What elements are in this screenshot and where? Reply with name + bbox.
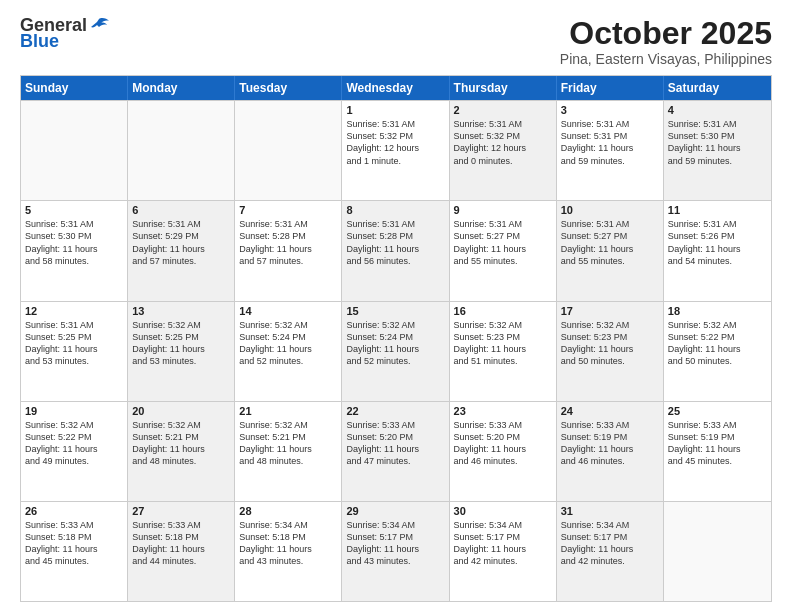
- calendar-row-0: 1Sunrise: 5:31 AM Sunset: 5:32 PM Daylig…: [21, 100, 771, 200]
- cell-details: Sunrise: 5:33 AM Sunset: 5:20 PM Dayligh…: [346, 419, 444, 468]
- calendar-header-saturday: Saturday: [664, 76, 771, 100]
- cell-details: Sunrise: 5:31 AM Sunset: 5:32 PM Dayligh…: [454, 118, 552, 167]
- calendar-cell: 23Sunrise: 5:33 AM Sunset: 5:20 PM Dayli…: [450, 402, 557, 501]
- calendar-cell: 5Sunrise: 5:31 AM Sunset: 5:30 PM Daylig…: [21, 201, 128, 300]
- calendar-cell: 27Sunrise: 5:33 AM Sunset: 5:18 PM Dayli…: [128, 502, 235, 601]
- cell-details: Sunrise: 5:31 AM Sunset: 5:28 PM Dayligh…: [239, 218, 337, 267]
- calendar-cell: 12Sunrise: 5:31 AM Sunset: 5:25 PM Dayli…: [21, 302, 128, 401]
- calendar-cell: [664, 502, 771, 601]
- day-number: 22: [346, 405, 444, 417]
- calendar-cell: 15Sunrise: 5:32 AM Sunset: 5:24 PM Dayli…: [342, 302, 449, 401]
- calendar-row-2: 12Sunrise: 5:31 AM Sunset: 5:25 PM Dayli…: [21, 301, 771, 401]
- calendar: SundayMondayTuesdayWednesdayThursdayFrid…: [20, 75, 772, 602]
- cell-details: Sunrise: 5:32 AM Sunset: 5:24 PM Dayligh…: [346, 319, 444, 368]
- calendar-cell: [128, 101, 235, 200]
- calendar-cell: 29Sunrise: 5:34 AM Sunset: 5:17 PM Dayli…: [342, 502, 449, 601]
- calendar-cell: 31Sunrise: 5:34 AM Sunset: 5:17 PM Dayli…: [557, 502, 664, 601]
- calendar-cell: 7Sunrise: 5:31 AM Sunset: 5:28 PM Daylig…: [235, 201, 342, 300]
- logo-bird-icon: [89, 17, 109, 33]
- cell-details: Sunrise: 5:32 AM Sunset: 5:21 PM Dayligh…: [239, 419, 337, 468]
- cell-details: Sunrise: 5:31 AM Sunset: 5:32 PM Dayligh…: [346, 118, 444, 167]
- day-number: 12: [25, 305, 123, 317]
- calendar-cell: 3Sunrise: 5:31 AM Sunset: 5:31 PM Daylig…: [557, 101, 664, 200]
- calendar-cell: 9Sunrise: 5:31 AM Sunset: 5:27 PM Daylig…: [450, 201, 557, 300]
- calendar-body: 1Sunrise: 5:31 AM Sunset: 5:32 PM Daylig…: [21, 100, 771, 601]
- cell-details: Sunrise: 5:31 AM Sunset: 5:30 PM Dayligh…: [25, 218, 123, 267]
- calendar-cell: 25Sunrise: 5:33 AM Sunset: 5:19 PM Dayli…: [664, 402, 771, 501]
- day-number: 31: [561, 505, 659, 517]
- day-number: 2: [454, 104, 552, 116]
- cell-details: Sunrise: 5:33 AM Sunset: 5:20 PM Dayligh…: [454, 419, 552, 468]
- day-number: 30: [454, 505, 552, 517]
- calendar-cell: 1Sunrise: 5:31 AM Sunset: 5:32 PM Daylig…: [342, 101, 449, 200]
- calendar-cell: 28Sunrise: 5:34 AM Sunset: 5:18 PM Dayli…: [235, 502, 342, 601]
- day-number: 20: [132, 405, 230, 417]
- location-text: Pina, Eastern Visayas, Philippines: [560, 51, 772, 67]
- day-number: 19: [25, 405, 123, 417]
- day-number: 17: [561, 305, 659, 317]
- day-number: 23: [454, 405, 552, 417]
- cell-details: Sunrise: 5:31 AM Sunset: 5:28 PM Dayligh…: [346, 218, 444, 267]
- calendar-cell: 22Sunrise: 5:33 AM Sunset: 5:20 PM Dayli…: [342, 402, 449, 501]
- day-number: 15: [346, 305, 444, 317]
- calendar-cell: 10Sunrise: 5:31 AM Sunset: 5:27 PM Dayli…: [557, 201, 664, 300]
- day-number: 3: [561, 104, 659, 116]
- cell-details: Sunrise: 5:31 AM Sunset: 5:25 PM Dayligh…: [25, 319, 123, 368]
- cell-details: Sunrise: 5:32 AM Sunset: 5:22 PM Dayligh…: [668, 319, 767, 368]
- calendar-cell: 19Sunrise: 5:32 AM Sunset: 5:22 PM Dayli…: [21, 402, 128, 501]
- day-number: 21: [239, 405, 337, 417]
- cell-details: Sunrise: 5:32 AM Sunset: 5:22 PM Dayligh…: [25, 419, 123, 468]
- day-number: 10: [561, 204, 659, 216]
- calendar-header-wednesday: Wednesday: [342, 76, 449, 100]
- calendar-cell: 6Sunrise: 5:31 AM Sunset: 5:29 PM Daylig…: [128, 201, 235, 300]
- day-number: 8: [346, 204, 444, 216]
- cell-details: Sunrise: 5:34 AM Sunset: 5:17 PM Dayligh…: [561, 519, 659, 568]
- calendar-cell: 30Sunrise: 5:34 AM Sunset: 5:17 PM Dayli…: [450, 502, 557, 601]
- cell-details: Sunrise: 5:31 AM Sunset: 5:29 PM Dayligh…: [132, 218, 230, 267]
- calendar-cell: 2Sunrise: 5:31 AM Sunset: 5:32 PM Daylig…: [450, 101, 557, 200]
- day-number: 6: [132, 204, 230, 216]
- title-block: October 2025 Pina, Eastern Visayas, Phil…: [560, 16, 772, 67]
- day-number: 7: [239, 204, 337, 216]
- calendar-row-4: 26Sunrise: 5:33 AM Sunset: 5:18 PM Dayli…: [21, 501, 771, 601]
- day-number: 4: [668, 104, 767, 116]
- day-number: 24: [561, 405, 659, 417]
- cell-details: Sunrise: 5:33 AM Sunset: 5:19 PM Dayligh…: [561, 419, 659, 468]
- calendar-row-1: 5Sunrise: 5:31 AM Sunset: 5:30 PM Daylig…: [21, 200, 771, 300]
- cell-details: Sunrise: 5:32 AM Sunset: 5:21 PM Dayligh…: [132, 419, 230, 468]
- cell-details: Sunrise: 5:31 AM Sunset: 5:31 PM Dayligh…: [561, 118, 659, 167]
- cell-details: Sunrise: 5:31 AM Sunset: 5:27 PM Dayligh…: [454, 218, 552, 267]
- calendar-header-sunday: Sunday: [21, 76, 128, 100]
- day-number: 28: [239, 505, 337, 517]
- day-number: 14: [239, 305, 337, 317]
- calendar-cell: [235, 101, 342, 200]
- calendar-header-thursday: Thursday: [450, 76, 557, 100]
- calendar-row-3: 19Sunrise: 5:32 AM Sunset: 5:22 PM Dayli…: [21, 401, 771, 501]
- month-title: October 2025: [560, 16, 772, 51]
- calendar-cell: 14Sunrise: 5:32 AM Sunset: 5:24 PM Dayli…: [235, 302, 342, 401]
- cell-details: Sunrise: 5:31 AM Sunset: 5:26 PM Dayligh…: [668, 218, 767, 267]
- day-number: 26: [25, 505, 123, 517]
- cell-details: Sunrise: 5:31 AM Sunset: 5:30 PM Dayligh…: [668, 118, 767, 167]
- calendar-cell: 16Sunrise: 5:32 AM Sunset: 5:23 PM Dayli…: [450, 302, 557, 401]
- calendar-cell: 4Sunrise: 5:31 AM Sunset: 5:30 PM Daylig…: [664, 101, 771, 200]
- calendar-cell: 26Sunrise: 5:33 AM Sunset: 5:18 PM Dayli…: [21, 502, 128, 601]
- calendar-cell: 21Sunrise: 5:32 AM Sunset: 5:21 PM Dayli…: [235, 402, 342, 501]
- logo: General Blue: [20, 16, 109, 50]
- cell-details: Sunrise: 5:34 AM Sunset: 5:18 PM Dayligh…: [239, 519, 337, 568]
- cell-details: Sunrise: 5:33 AM Sunset: 5:18 PM Dayligh…: [132, 519, 230, 568]
- day-number: 27: [132, 505, 230, 517]
- cell-details: Sunrise: 5:34 AM Sunset: 5:17 PM Dayligh…: [454, 519, 552, 568]
- calendar-header-monday: Monday: [128, 76, 235, 100]
- cell-details: Sunrise: 5:32 AM Sunset: 5:25 PM Dayligh…: [132, 319, 230, 368]
- calendar-cell: 8Sunrise: 5:31 AM Sunset: 5:28 PM Daylig…: [342, 201, 449, 300]
- calendar-cell: 24Sunrise: 5:33 AM Sunset: 5:19 PM Dayli…: [557, 402, 664, 501]
- cell-details: Sunrise: 5:33 AM Sunset: 5:19 PM Dayligh…: [668, 419, 767, 468]
- calendar-cell: [21, 101, 128, 200]
- header: General Blue October 2025 Pina, Eastern …: [20, 16, 772, 67]
- cell-details: Sunrise: 5:34 AM Sunset: 5:17 PM Dayligh…: [346, 519, 444, 568]
- day-number: 5: [25, 204, 123, 216]
- calendar-cell: 20Sunrise: 5:32 AM Sunset: 5:21 PM Dayli…: [128, 402, 235, 501]
- calendar-cell: 17Sunrise: 5:32 AM Sunset: 5:23 PM Dayli…: [557, 302, 664, 401]
- day-number: 11: [668, 204, 767, 216]
